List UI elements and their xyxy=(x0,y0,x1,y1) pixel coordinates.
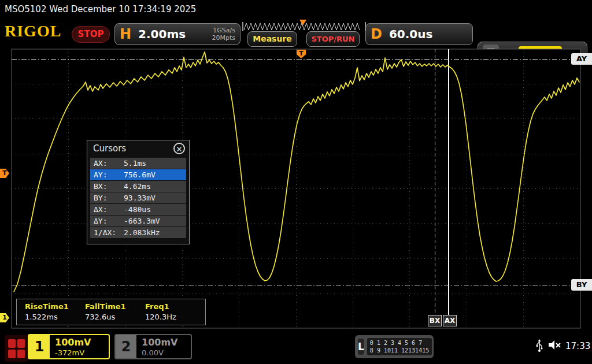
measurement-risetime[interactable]: RiseTime1 1.522ms xyxy=(25,302,85,325)
menu-grid-icon[interactable] xyxy=(5,335,28,362)
cursor-row-label: ΔX: xyxy=(90,205,124,214)
measurement-value: 120.3Hz xyxy=(145,313,205,321)
measurement-name: RiseTime1 xyxy=(25,302,85,311)
cursor-row-label: BY: xyxy=(90,194,124,202)
cursor-row-inv-dx[interactable]: 1/ΔX: 2.083kHz xyxy=(90,227,186,238)
cursor-row-value: 2.083kHz xyxy=(124,228,160,237)
cursor-row-value: 756.6mV xyxy=(124,170,156,179)
measurement-name: Freq1 xyxy=(145,302,205,311)
delay-panel[interactable]: D 60.0us xyxy=(365,23,473,45)
timebase-value: 2.00ms xyxy=(138,27,186,41)
cursor-row-by[interactable]: BY: 93.33mV xyxy=(90,192,186,203)
close-icon[interactable]: ✕ xyxy=(173,143,185,154)
channel2-scale: 100mV xyxy=(142,337,177,348)
digital-channels-box[interactable]: L 0 1 2 3 4 5 6 78 9 1011 12131415 xyxy=(355,335,434,358)
cursor-ax-tag[interactable]: AX xyxy=(443,315,457,326)
channel2-box[interactable]: 2 100mV 0.00V xyxy=(114,334,192,359)
h-key-label: H xyxy=(120,26,131,42)
digital-row2: 8 9 1011 12131415 xyxy=(370,347,429,354)
channel1-scale: 100mV xyxy=(55,337,91,348)
trigger-level-icon[interactable]: T xyxy=(0,169,9,178)
measure-button[interactable]: Measure xyxy=(247,31,297,47)
measurement-value: 732.6us xyxy=(85,313,145,321)
cursor-row-dy[interactable]: ΔY: -663.3mV xyxy=(90,216,186,226)
channel1-offset: -372mV xyxy=(55,348,91,357)
cursor-readout-list: AX: 5.1ms AY: 756.6mV BX: 4.62ms BY: 93.… xyxy=(87,157,189,240)
usb-icon xyxy=(535,339,544,352)
measurement-value: 1.522ms xyxy=(25,313,85,321)
trigger-slope-icon xyxy=(504,47,514,58)
measurements-panel: RiseTime1 1.522ms FallTime1 732.6us Freq… xyxy=(16,299,206,325)
cursor-row-label: ΔY: xyxy=(90,217,124,225)
cursor-row-bx[interactable]: BX: 4.62ms xyxy=(90,181,186,192)
d-key-label: D xyxy=(371,26,382,42)
acquisition-status-badge: STOP xyxy=(72,26,110,43)
waveform-preview[interactable] xyxy=(242,21,367,32)
channel1-number: 1 xyxy=(29,335,50,358)
horizontal-timebase-panel[interactable]: H 2.00ms 1GSa/s 20Mpts xyxy=(114,23,240,45)
measurement-name: FallTime1 xyxy=(85,302,145,311)
cursor-row-dx[interactable]: ΔX: -480us xyxy=(90,204,186,215)
channel2-number: 2 xyxy=(116,335,136,358)
cursor-row-label: BX: xyxy=(90,182,124,191)
cursor-row-ay-selected[interactable]: AY: 756.6mV xyxy=(90,169,186,180)
speaker-mute-icon[interactable] xyxy=(547,339,562,351)
channel2-offset: 0.00V xyxy=(142,348,177,357)
trigger-level-badge: 415mV xyxy=(519,46,562,59)
titlebar-text: MSO5102 Wed December 10 17:34:19 2025 xyxy=(0,0,592,18)
clock: 17:33 xyxy=(565,341,590,351)
cursor-ay-tag[interactable]: AY xyxy=(571,53,592,65)
digital-row1: 0 1 2 3 4 5 6 7 xyxy=(370,340,422,346)
cursor-row-value: 93.33mV xyxy=(124,194,156,202)
cursor-row-value: 5.1ms xyxy=(124,159,146,168)
oscilloscope-screen: MSO5102 Wed December 10 17:34:19 2025 RI… xyxy=(0,0,592,364)
cursor-row-label: AY: xyxy=(90,170,124,179)
stop-run-button[interactable]: STOP/RUN xyxy=(306,31,360,47)
rigol-logo: RIGOL xyxy=(5,22,61,40)
cursor-by-tag[interactable]: BY xyxy=(571,279,592,291)
delay-value: 60.0us xyxy=(389,27,433,41)
trigger-position-icon[interactable]: T xyxy=(297,50,306,58)
cursor-row-ax[interactable]: AX: 5.1ms xyxy=(90,158,186,169)
sample-rate: 1GSa/s xyxy=(213,27,235,34)
measurement-falltime[interactable]: FallTime1 732.6us xyxy=(85,302,145,325)
channel1-box[interactable]: 1 100mV -372mV xyxy=(28,334,110,359)
channel1-position-icon[interactable]: 1 xyxy=(0,313,9,322)
cursor-row-value: -663.3mV xyxy=(124,217,160,225)
cursor-row-value: -480us xyxy=(124,205,151,214)
header: RIGOL STOP H 2.00ms 1GSa/s 20Mpts Measur… xyxy=(0,18,592,49)
sample-info: 1GSa/s 20Mpts xyxy=(212,27,235,42)
cursors-popup: Cursors ✕ AX: 5.1ms AY: 756.6mV BX: 4.62… xyxy=(87,140,190,244)
logic-key-label: L xyxy=(358,339,364,355)
bottombar: 1 100mV -372mV 2 100mV 0.00V L 0 1 2 3 4… xyxy=(0,330,592,364)
digital-channel-numbers: 0 1 2 3 4 5 6 78 9 1011 12131415 xyxy=(367,338,432,355)
t-key-label: T xyxy=(483,44,499,61)
measurement-freq[interactable]: Freq1 120.3Hz xyxy=(145,302,205,325)
cursor-bx-tag[interactable]: BX xyxy=(428,315,442,326)
memory-depth: 20Mpts xyxy=(212,34,235,42)
cursor-row-label: 1/ΔX: xyxy=(90,228,124,237)
cursor-row-value: 4.62ms xyxy=(124,182,151,191)
cursor-row-label: AX: xyxy=(90,159,124,168)
